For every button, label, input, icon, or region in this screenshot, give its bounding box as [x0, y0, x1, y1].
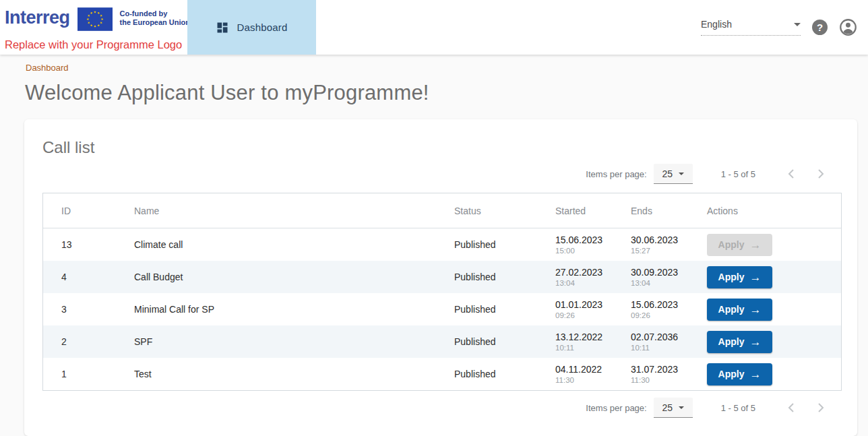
call-status-cell: Published: [454, 336, 555, 347]
column-header-ends: Ends: [631, 206, 707, 216]
chevron-left-icon: [786, 168, 797, 179]
call-ends-cell: 31.07.2023 11:30: [631, 364, 707, 385]
programme-logo: Interreg: [5, 6, 190, 51]
paginator-top: Items per page: 25 1 - 5 of 5: [24, 162, 826, 185]
call-table-header: ID Name Status Started Ends Actions: [43, 193, 841, 228]
chevron-right-icon: [815, 168, 826, 179]
page-size-value: 25: [662, 168, 673, 179]
apply-button[interactable]: Apply →: [707, 331, 772, 353]
column-header-actions: Actions: [707, 206, 841, 216]
table-row: 1 Test Published 04.11.2022 11:30 31.07.…: [43, 358, 841, 390]
call-started-cell: 15.06.2023 15:00: [555, 235, 631, 255]
call-started-cell: 01.01.2023 09:26: [555, 299, 631, 320]
table-row: 2 SPF Published 13.12.2022 10:11 02.07.2…: [43, 325, 841, 358]
call-name-cell: Minimal Call for SP: [134, 304, 454, 315]
call-name-cell: Call Budget: [134, 272, 454, 282]
call-ends-cell: 30.06.2023 15:27: [631, 235, 707, 255]
help-icon[interactable]: ?: [812, 20, 828, 35]
language-select[interactable]: English: [701, 19, 801, 36]
call-started-cell: 04.11.2022 11:30: [555, 364, 631, 385]
call-name-cell: Climate call: [134, 239, 454, 250]
call-list-title: Call list: [42, 138, 857, 157]
call-name-cell: Test: [134, 369, 454, 379]
apply-button-label: Apply: [718, 272, 745, 282]
page-range-label: 1 - 5 of 5: [721, 403, 755, 413]
interreg-wordmark: Interreg: [5, 6, 70, 29]
account-icon[interactable]: [839, 18, 857, 36]
call-ends-cell: 15.06.2023 09:26: [631, 299, 707, 320]
table-row: 13 Climate call Published 15.06.2023 15:…: [43, 228, 841, 261]
tab-dashboard[interactable]: Dashboard: [187, 0, 316, 55]
apply-button[interactable]: Apply →: [707, 363, 772, 385]
call-list-card: Call list Items per page: 25 1 - 5 of 5 …: [24, 119, 857, 436]
eu-flag-icon: [78, 7, 113, 34]
column-header-name: Name: [134, 206, 454, 216]
arrow-right-icon: →: [749, 336, 761, 348]
arrow-right-icon: →: [749, 272, 761, 283]
column-header-id: ID: [43, 206, 134, 216]
call-id-cell: 2: [43, 336, 134, 347]
arrow-right-icon: →: [749, 304, 761, 315]
call-actions-cell: Apply →: [707, 363, 841, 385]
page-size-select[interactable]: 25: [654, 398, 693, 418]
arrow-right-icon: →: [749, 369, 761, 380]
call-table-body: 13 Climate call Published 15.06.2023 15:…: [43, 228, 841, 390]
call-started-cell: 27.02.2023 13:04: [555, 267, 631, 288]
tab-dashboard-label: Dashboard: [237, 22, 287, 33]
apply-button-label: Apply: [718, 239, 745, 250]
chevron-down-icon: [679, 406, 684, 409]
call-id-cell: 13: [43, 239, 134, 250]
chevron-right-icon: [815, 402, 826, 413]
arrow-right-icon: →: [749, 239, 761, 251]
call-actions-cell: Apply →: [707, 331, 841, 353]
call-name-cell: SPF: [134, 336, 454, 347]
next-page-button[interactable]: [815, 168, 826, 179]
app-header: Interreg: [0, 0, 868, 55]
items-per-page-label: Items per page:: [586, 169, 646, 179]
page-size-value: 25: [662, 402, 673, 413]
items-per-page-label: Items per page:: [586, 403, 646, 413]
previous-page-button[interactable]: [786, 402, 797, 413]
apply-button-label: Apply: [718, 369, 745, 379]
dashboard-icon: [216, 21, 229, 34]
page-range-label: 1 - 5 of 5: [721, 169, 755, 179]
replace-logo-placeholder-text: Replace with your Programme Logo: [5, 38, 190, 51]
call-id-cell: 1: [43, 369, 134, 379]
page-size-select[interactable]: 25: [654, 164, 693, 184]
chevron-down-icon: [679, 173, 684, 175]
chevron-left-icon: [786, 402, 797, 413]
previous-page-button[interactable]: [786, 168, 797, 179]
column-header-status: Status: [454, 206, 555, 216]
call-status-cell: Published: [454, 272, 555, 282]
apply-button: Apply →: [707, 234, 772, 256]
paginator-bottom: Items per page: 25 1 - 5 of 5: [24, 396, 826, 419]
header-controls: English ?: [701, 0, 857, 55]
breadcrumb[interactable]: Dashboard: [26, 63, 69, 73]
call-id-cell: 3: [43, 304, 134, 315]
call-status-cell: Published: [454, 369, 555, 379]
call-table: ID Name Status Started Ends Actions 13 C…: [42, 193, 842, 391]
column-header-started: Started: [555, 206, 631, 216]
apply-button-label: Apply: [718, 304, 745, 315]
table-row: 4 Call Budget Published 27.02.2023 13:04…: [43, 261, 841, 293]
call-ends-cell: 30.09.2023 13:04: [631, 267, 707, 288]
apply-button-label: Apply: [718, 336, 745, 347]
chevron-down-icon: [794, 23, 801, 26]
call-actions-cell: Apply →: [707, 299, 841, 321]
language-select-value: English: [701, 19, 732, 30]
table-row: 3 Minimal Call for SP Published 01.01.20…: [43, 293, 841, 325]
call-actions-cell: Apply →: [707, 266, 841, 288]
call-started-cell: 13.12.2022 10:11: [555, 332, 631, 352]
cofunded-text: Co-funded by the European Union: [120, 9, 191, 27]
call-ends-cell: 02.07.2036 10:11: [631, 332, 707, 352]
call-status-cell: Published: [454, 239, 555, 250]
apply-button[interactable]: Apply →: [707, 299, 772, 321]
page-title: Welcome Applicant User to myProgramme!: [25, 81, 429, 105]
call-actions-cell: Apply →: [707, 234, 841, 256]
call-id-cell: 4: [43, 272, 134, 282]
apply-button[interactable]: Apply →: [707, 266, 772, 288]
call-status-cell: Published: [454, 304, 555, 315]
next-page-button[interactable]: [815, 402, 826, 413]
